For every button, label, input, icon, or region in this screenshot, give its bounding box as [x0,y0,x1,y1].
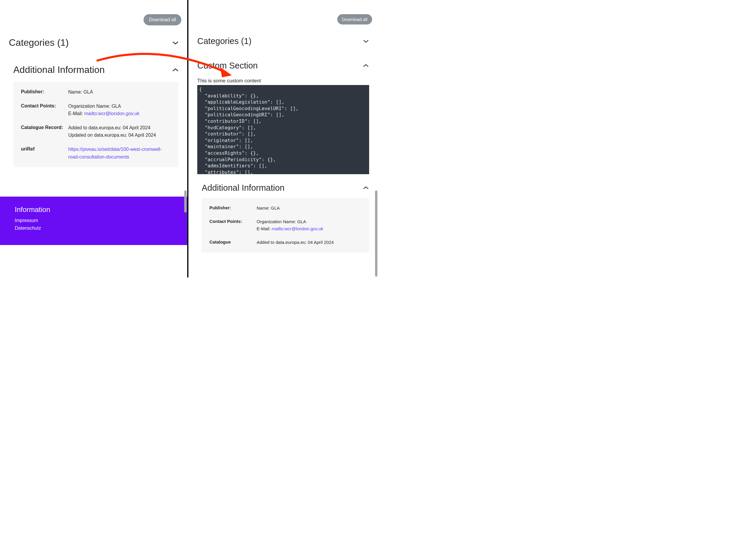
uriref-value: https://piveau.io/set/data/100-west-crom… [68,145,171,161]
custom-section-body: This is some custom content { "availabil… [188,78,378,183]
code-block[interactable]: { "availability": {}, "applicableLegisla… [197,85,369,174]
publisher-value: Name: GLA [257,205,362,212]
info-row-uriref: uriRef https://piveau.io/set/data/100-we… [21,145,171,161]
info-row-contact: Contact Points: Organization Name: GLA E… [209,218,362,232]
publisher-label: Publisher: [21,88,68,96]
info-row-contact: Contact Points: Organization Name: GLA E… [21,102,171,118]
chevron-up-icon [363,186,369,190]
additional-info-header[interactable]: Additional Information [0,65,187,75]
scrollbar-thumb[interactable] [184,190,186,213]
contact-email-link[interactable]: mailto:wcr@london.gov.uk [84,111,139,116]
catalogue-label: Catalogue Record: [21,124,68,139]
download-all-button[interactable]: Download all [143,14,181,26]
catalogue-updated: Updated on data.europa.eu: 04 April 2024 [68,131,171,139]
footer-link-impressum[interactable]: Impressum [15,218,172,223]
info-row-catalogue: Catalogue Added to data.europa.eu: 04 Ap… [209,239,362,246]
contact-value: Organization Name: GLA E-Mail: mailto:wc… [68,102,171,118]
right-pane: Download all Categories (1) Custom Secti… [188,0,378,278]
contact-label: Contact Points: [21,102,68,118]
scrollbar-thumb[interactable] [375,190,377,276]
chevron-down-icon [172,41,178,45]
categories-title: Categories (1) [197,36,252,46]
info-row-publisher: Publisher: Name: GLA [209,205,362,212]
download-all-button[interactable]: Download all [337,14,372,25]
footer-link-datenschutz[interactable]: Datenschutz [15,225,172,231]
contact-label: Contact Points: [209,218,257,232]
additional-info-title: Additional Information [13,65,105,75]
contact-org: Organization Name: GLA [68,102,171,110]
publisher-value: Name: GLA [68,88,171,96]
left-pane: Download all Categories (1) Additional I… [0,0,188,278]
categories-header[interactable]: Categories (1) [0,37,187,48]
custom-section-title: Custom Section [197,61,258,71]
publisher-label: Publisher: [209,205,257,212]
catalogue-label: Catalogue [209,239,257,246]
uriref-link[interactable]: https://piveau.io/set/data/100-west-crom… [68,147,162,160]
catalogue-added: Added to data.europa.eu: 04 April 2024 [68,124,171,132]
contact-email-link[interactable]: mailto:wcr@london.gov.uk [272,226,323,231]
info-row-catalogue: Catalogue Record: Added to data.europa.e… [21,124,171,139]
additional-info-title: Additional Information [202,183,285,193]
contact-email-prefix: E-Mail: [68,111,84,116]
chevron-down-icon [363,40,369,43]
chevron-up-icon [172,68,178,72]
footer-title: Information [15,206,172,214]
contact-value: Organization Name: GLA E-Mail: mailto:wc… [257,218,362,232]
additional-info-panel: Publisher: Name: GLA Contact Points: Org… [202,198,369,252]
categories-header[interactable]: Categories (1) [188,36,378,46]
catalogue-added: Added to data.europa.eu: 04 April 2024 [257,239,362,246]
catalogue-value: Added to data.europa.eu: 04 April 2024 U… [68,124,171,139]
chevron-up-icon [363,64,369,68]
categories-title: Categories (1) [9,37,69,48]
info-row-publisher: Publisher: Name: GLA [21,88,171,96]
contact-email-prefix: E-Mail: [257,226,272,231]
additional-info-panel: Publisher: Name: GLA Contact Points: Org… [13,82,178,167]
additional-info-header[interactable]: Additional Information [188,183,378,193]
contact-org: Organization Name: GLA [257,218,362,225]
custom-section-header[interactable]: Custom Section [188,61,378,71]
footer: Information Impressum Datenschutz [0,197,187,245]
uriref-label: uriRef [21,145,68,161]
custom-section-desc: This is some custom content [197,78,369,84]
catalogue-value: Added to data.europa.eu: 04 April 2024 [257,239,362,246]
